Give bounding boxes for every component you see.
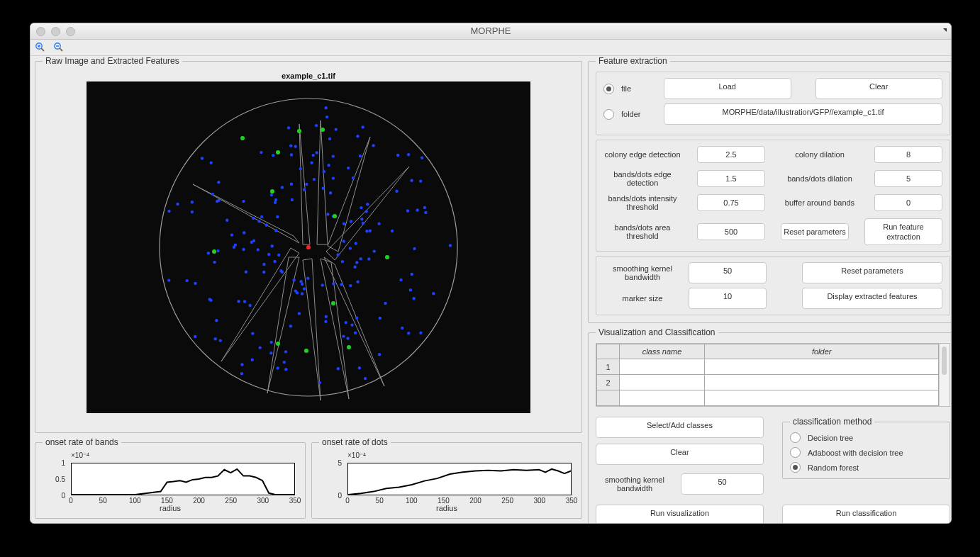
bands-plot-panel: onset rate of bands ×10⁻⁴ 00.51 05010015… — [35, 437, 306, 519]
raw-image-view[interactable] — [87, 81, 530, 413]
svg-point-16 — [340, 283, 343, 286]
svg-point-96 — [245, 271, 247, 274]
decision-tree-radio[interactable] — [790, 432, 801, 443]
raw-image-panel: Raw Image and Extracted Features example… — [35, 56, 582, 433]
vis-class-title: Visualization and Classification — [596, 327, 718, 337]
svg-line-1 — [41, 48, 44, 51]
svg-point-10 — [290, 153, 293, 156]
dots-plot-axes[interactable]: ×10⁻⁴ 05 050100150200250300350 radius — [319, 453, 574, 511]
svg-point-142 — [298, 312, 301, 315]
zoom-out-icon[interactable] — [53, 42, 65, 53]
toolbar-overflow-icon[interactable] — [943, 28, 947, 32]
random-forest-radio[interactable] — [790, 462, 801, 473]
bands-plot-xlabel: radius — [43, 504, 298, 512]
svg-point-71 — [350, 323, 353, 326]
svg-point-62 — [274, 198, 277, 201]
reset-display-parameters-button[interactable]: Reset parameters — [802, 262, 942, 283]
svg-point-118 — [271, 244, 274, 247]
svg-point-144 — [356, 281, 359, 283]
svg-point-137 — [299, 280, 302, 283]
clear-classes-button[interactable]: Clear — [596, 444, 764, 465]
zoom-in-icon[interactable] — [35, 42, 46, 53]
bd-edge-input[interactable]: 1.5 — [697, 170, 765, 187]
svg-point-22 — [299, 167, 302, 170]
bands-plot-axes[interactable]: ×10⁻⁴ 00.51 050100150200250300350 radius — [43, 453, 298, 511]
close-window-icon[interactable] — [36, 27, 45, 36]
svg-point-27 — [367, 257, 370, 260]
raw-image-panel-title: Raw Image and Extracted Features — [43, 56, 182, 66]
load-button[interactable]: Load — [664, 78, 791, 99]
folder-radio[interactable] — [603, 109, 614, 120]
colony-overlay-svg — [87, 81, 530, 413]
svg-point-125 — [234, 243, 237, 246]
run-classification-button[interactable]: Run classification — [782, 505, 950, 524]
file-radio[interactable] — [603, 84, 614, 94]
svg-point-70 — [321, 283, 324, 286]
dots-plot-yexp: ×10⁻⁴ — [347, 451, 366, 459]
svg-point-155 — [372, 144, 374, 147]
svg-point-42 — [257, 248, 260, 251]
svg-point-68 — [194, 282, 196, 285]
class-table-scrollbar[interactable] — [939, 344, 950, 406]
svg-point-61 — [191, 201, 194, 203]
svg-point-170 — [240, 372, 243, 375]
svg-point-136 — [391, 230, 394, 232]
svg-point-117 — [240, 363, 243, 366]
classification-method-legend: classification method — [790, 417, 874, 427]
svg-point-11 — [399, 278, 402, 281]
svg-point-140 — [327, 164, 330, 167]
svg-point-9 — [325, 106, 328, 109]
bd-intensity-input[interactable]: 0.75 — [697, 194, 765, 211]
bd-dilation-input[interactable]: 5 — [874, 170, 942, 187]
svg-point-94 — [360, 257, 362, 260]
svg-point-119 — [194, 335, 196, 338]
buffer-label: buffer around bands — [781, 198, 859, 207]
marker-size-label: marker size — [603, 294, 681, 303]
clear-button[interactable]: Clear — [815, 78, 943, 99]
svg-point-30 — [270, 193, 273, 196]
visualization-classification-panel: Visualization and Classification class n… — [588, 327, 952, 524]
vc-smooth-input[interactable]: 50 — [681, 473, 764, 495]
smooth-bw-input[interactable]: 50 — [689, 262, 767, 283]
toolbar — [30, 40, 951, 56]
path-field[interactable]: MORPHE/data/illustration/GFP//example_c1… — [664, 103, 942, 125]
bands-plot-title: onset rate of bands — [43, 437, 121, 447]
adaboost-radio[interactable] — [790, 447, 801, 458]
svg-point-103 — [291, 198, 294, 201]
svg-point-105 — [343, 240, 345, 242]
titlebar: MORPHE — [30, 23, 951, 40]
maximize-window-icon[interactable] — [66, 27, 75, 36]
marker-size-input[interactable]: 10 — [689, 288, 767, 309]
svg-point-35 — [201, 157, 204, 159]
select-add-classes-button[interactable]: Select/Add classes — [596, 417, 764, 438]
adaboost-label: Adaboost with decision tree — [808, 449, 903, 457]
minimize-window-icon[interactable] — [51, 27, 60, 36]
reset-parameters-button[interactable]: Reset parameters — [781, 223, 849, 240]
svg-point-100 — [290, 183, 293, 186]
bd-area-input[interactable]: 500 — [697, 223, 765, 240]
folder-radio-label: folder — [621, 110, 657, 118]
svg-point-37 — [332, 154, 335, 157]
run-feature-extraction-button[interactable]: Run feature extraction — [864, 218, 942, 245]
svg-point-110 — [251, 359, 254, 361]
buffer-input[interactable]: 0 — [874, 194, 942, 211]
svg-point-97 — [242, 200, 245, 203]
svg-point-121 — [325, 116, 328, 118]
svg-point-151 — [378, 353, 381, 356]
table-row[interactable]: 2 — [597, 375, 939, 390]
colony-edge-input[interactable]: 2.5 — [697, 146, 765, 163]
bands-plot-yexp: ×10⁻⁴ — [71, 451, 89, 459]
window-title: MORPHE — [470, 26, 511, 36]
svg-point-108 — [217, 199, 220, 202]
table-row[interactable]: 1 — [597, 359, 939, 375]
run-visualization-button[interactable]: Run visualization — [596, 505, 764, 524]
display-features-button[interactable]: Display extracted features — [802, 288, 942, 309]
svg-point-124 — [306, 277, 309, 280]
svg-point-59 — [410, 179, 413, 182]
svg-point-95 — [265, 224, 268, 227]
svg-point-38 — [316, 151, 318, 154]
svg-point-17 — [359, 154, 362, 157]
table-row[interactable] — [597, 390, 939, 406]
class-table[interactable]: class name folder 12 — [596, 344, 939, 406]
colony-dilation-input[interactable]: 8 — [874, 146, 942, 163]
